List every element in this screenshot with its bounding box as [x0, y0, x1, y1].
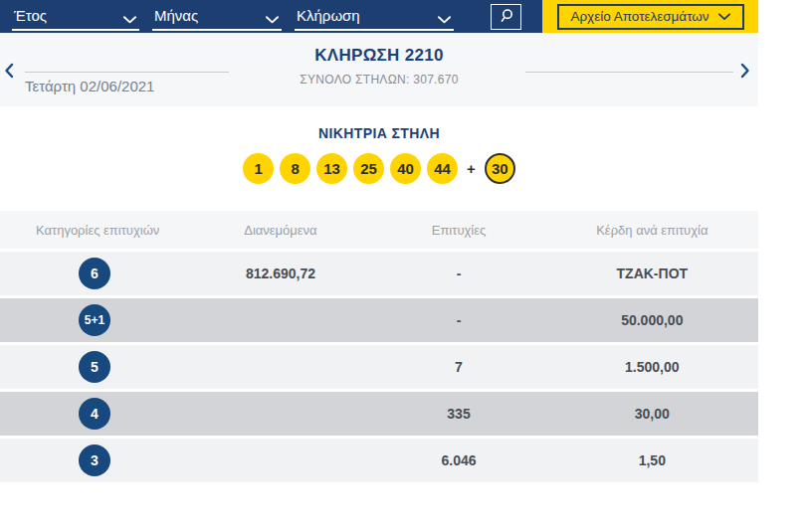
winning-column-title: ΝΙΚΗΤΡΙΑ ΣΤΗΛΗ [0, 106, 758, 141]
year-dropdown[interactable]: Έτος [12, 0, 139, 33]
table-row: 6 812.690,72 - ΤΖΑΚ-ΠΟΤ [0, 252, 758, 295]
winning-number-ball: 40 [390, 153, 421, 184]
month-dropdown[interactable]: Μήνας [152, 0, 282, 33]
winners-cell: 6.046 [371, 452, 545, 468]
category-badge: 5 [79, 351, 110, 383]
winning-numbers: 1 8 13 25 40 44 + 30 [0, 153, 758, 184]
winning-number-ball: 1 [243, 153, 274, 184]
divider [525, 72, 733, 73]
category-badge: 3 [79, 444, 110, 476]
winners-cell: - [371, 266, 545, 281]
lottery-results-page: Έτος Μήνας Κλήρωση [0, 0, 810, 532]
prize-cell: ΤΖΑΚ-ΠΟΤ [546, 266, 758, 281]
search-icon [499, 8, 514, 27]
next-draw-button[interactable] [740, 63, 750, 82]
table-header-row: Κατηγορίες επιτυχιών Διανεμόμενα Επιτυχί… [0, 211, 758, 249]
chevron-down-icon [266, 10, 279, 28]
winners-cell: 7 [371, 359, 545, 375]
draw-navigation: Τετάρτη 02/06/2021 ΚΛΗΡΩΣΗ 2210 ΣΥΝΟΛΟ Σ… [0, 33, 758, 106]
chevron-right-icon [740, 67, 750, 82]
draw-dropdown[interactable]: Κλήρωση [295, 0, 454, 33]
results-table: Κατηγορίες επιτυχιών Διανεμόμενα Επιτυχί… [0, 211, 758, 485]
winning-number-ball: 44 [427, 153, 458, 184]
winning-number-ball: 25 [353, 153, 384, 184]
winning-number-ball: 8 [280, 153, 310, 184]
filter-bar: Έτος Μήνας Κλήρωση [0, 0, 758, 33]
archive-results-button[interactable]: Αρχείο Αποτελεσμάτων [557, 4, 744, 30]
distributed-cell: 812.690,72 [190, 266, 372, 281]
draw-dropdown-label: Κλήρωση [297, 7, 360, 24]
header-winners: Επιτυχίες [371, 223, 545, 238]
winning-number-ball: 13 [316, 153, 347, 184]
winners-cell: 335 [371, 406, 545, 422]
bonus-number-ball: 30 [485, 153, 515, 184]
category-badge: 4 [79, 398, 110, 430]
total-columns-label: ΣΥΝΟΛΟ ΣΤΗΛΩΝ: 307.670 [0, 73, 758, 87]
table-row: 4 335 30,00 [0, 392, 758, 436]
category-badge: 5+1 [79, 304, 110, 336]
prize-cell: 50.000,00 [546, 312, 758, 328]
filter-bar-right: Αρχείο Αποτελεσμάτων [542, 0, 758, 33]
plus-sign: + [467, 160, 476, 177]
archive-results-label: Αρχείο Αποτελεσμάτων [570, 9, 709, 24]
prize-cell: 30,00 [546, 406, 758, 422]
search-button[interactable] [491, 4, 521, 30]
header-categories: Κατηγορίες επιτυχιών [0, 223, 190, 238]
chevron-down-icon [123, 10, 136, 28]
prize-cell: 1.500,00 [546, 359, 758, 375]
prize-cell: 1,50 [546, 452, 758, 468]
chevron-down-icon [438, 10, 451, 28]
draw-header: ΚΛΗΡΩΣΗ 2210 ΣΥΝΟΛΟ ΣΤΗΛΩΝ: 307.670 [0, 46, 758, 87]
draw-title: ΚΛΗΡΩΣΗ 2210 [0, 46, 758, 66]
chevron-down-icon [718, 9, 730, 24]
table-row: 5 7 1.500,00 [0, 345, 758, 389]
table-row: 3 6.046 1,50 [0, 439, 758, 482]
header-prize: Κέρδη ανά επιτυχία [546, 223, 758, 238]
winners-cell: - [371, 312, 545, 328]
year-dropdown-label: Έτος [14, 7, 47, 24]
category-badge: 6 [79, 258, 110, 289]
filter-bar-left: Έτος Μήνας Κλήρωση [0, 0, 542, 33]
table-row: 5+1 - 50.000,00 [0, 298, 758, 342]
month-dropdown-label: Μήνας [154, 7, 198, 24]
header-distributed: Διανεμόμενα [190, 223, 372, 238]
winning-column-section: ΝΙΚΗΤΡΙΑ ΣΤΗΛΗ 1 8 13 25 40 44 + 30 [0, 106, 758, 211]
